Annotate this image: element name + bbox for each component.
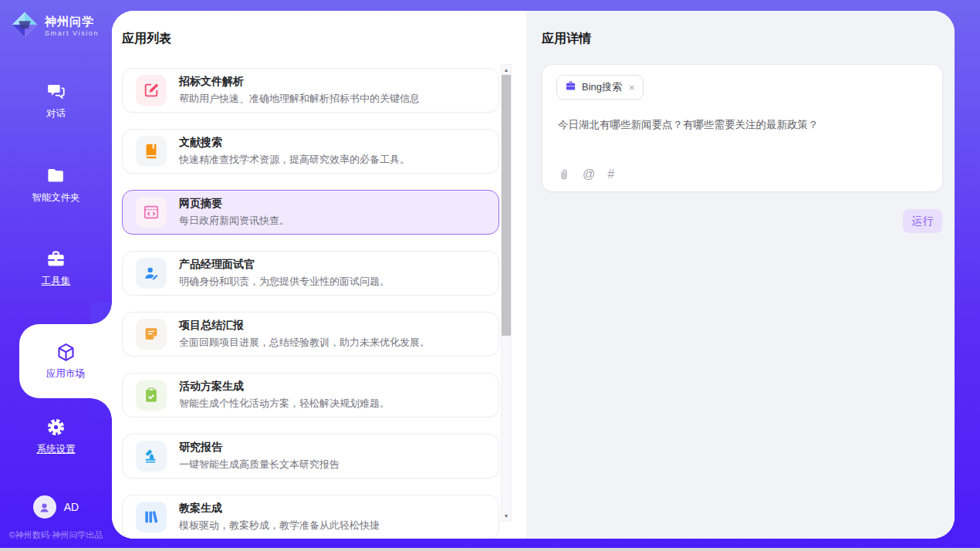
app-card-title: 活动方案生成 <box>179 380 390 394</box>
scrollbar-down-arrow-icon[interactable]: ▼ <box>502 511 511 521</box>
sidebar-item-label: 系统设置 <box>37 443 76 456</box>
toolbox-icon <box>46 248 66 269</box>
chat-icon <box>46 81 66 102</box>
books-icon <box>136 502 167 532</box>
at-icon: @ <box>583 168 595 181</box>
tool-chip-bing-search[interactable]: Bing搜索 × <box>556 75 644 100</box>
app-card[interactable]: 活动方案生成智能生成个性化活动方案，轻松解决规划难题。 <box>122 373 499 417</box>
research-icon <box>136 441 167 472</box>
brand-name: 神州问学 <box>45 15 99 29</box>
sidebar-item-smart-folders[interactable]: 智能文件夹 <box>0 165 112 205</box>
sticky-note-icon <box>136 319 167 350</box>
app-list-panel: 应用列表 招标文件解析帮助用户快速、准确地理解和解析招标书中的关键信息文献搜索快… <box>112 11 526 539</box>
interviewer-icon <box>136 258 167 289</box>
book-icon <box>136 136 167 167</box>
user-account[interactable]: AD <box>0 495 112 519</box>
chip-close-icon[interactable]: × <box>629 82 635 93</box>
copyright-footer: ©神州数码·神州问学出品 <box>0 529 112 541</box>
app-card-description: 模板驱动，教案秒成，教学准备从此轻松快捷 <box>179 519 380 532</box>
app-card[interactable]: 文献搜索快速精准查找学术资源，提高研究效率的必备工具。 <box>122 129 499 174</box>
tool-chip-label: Bing搜索 <box>582 80 622 94</box>
sidebar-item-toolset[interactable]: 工具集 <box>0 248 112 288</box>
sidebar-item-label: 工具集 <box>42 275 71 288</box>
prompt-input-area[interactable]: Bing搜索 × 今日湖北有哪些新闻要点？有哪些需要关注的最新政策？ @# <box>542 64 943 192</box>
app-frame: 神州问学 Smart Vision 对话智能文件夹工具集应用市场系统设置 AD … <box>0 0 980 548</box>
sidebar-item-chat[interactable]: 对话 <box>0 81 112 120</box>
app-card[interactable]: 招标文件解析帮助用户快速、准确地理解和解析招标书中的关键信息 <box>122 68 499 113</box>
app-card-description: 明确身份和职责，为您提供专业性的面试问题。 <box>179 275 390 289</box>
app-card-title: 教案生成 <box>179 502 380 516</box>
edit-document-icon <box>136 75 167 106</box>
app-detail-panel: 应用详情 Bing搜索 × 今日湖北有哪些新闻要点？有哪些需要关注的最新政策？ … <box>526 11 955 539</box>
app-card-title: 文献搜索 <box>179 136 410 150</box>
sidebar-item-label: 应用市场 <box>46 367 85 380</box>
app-detail-title: 应用详情 <box>542 31 955 47</box>
app-card[interactable]: 产品经理面试官明确身份和职责，为您提供专业性的面试问题。 <box>122 251 499 296</box>
run-button[interactable]: 运行 <box>903 209 942 233</box>
hash-button[interactable]: # <box>607 168 614 181</box>
gear-icon <box>46 417 66 438</box>
paperclip-icon <box>558 168 570 181</box>
browser-code-icon <box>136 197 167 228</box>
app-list-title: 应用列表 <box>122 31 526 47</box>
avatar <box>33 495 56 519</box>
brand-logo: 神州问学 Smart Vision <box>10 10 99 42</box>
app-card-description: 一键智能生成高质量长文本研究报告 <box>179 458 340 472</box>
prompt-text: 今日湖北有哪些新闻要点？有哪些需要关注的最新政策？ <box>558 117 927 133</box>
app-card[interactable]: 项目总结汇报全面回顾项目进展，总结经验教训，助力未来优化发展。 <box>122 312 499 357</box>
app-card-title: 招标文件解析 <box>179 75 420 89</box>
app-card-title: 网页摘要 <box>179 197 289 211</box>
app-card[interactable]: 教案生成模板驱动，教案秒成，教学准备从此轻松快捷 <box>122 495 499 539</box>
app-card-title: 产品经理面试官 <box>179 258 390 272</box>
app-card-description: 全面回顾项目进展，总结经验教训，助力未来优化发展。 <box>179 336 430 350</box>
sidebar-item-system-settings[interactable]: 系统设置 <box>0 417 112 456</box>
app-card-description: 智能生成个性化活动方案，轻松解决规划难题。 <box>179 397 390 411</box>
brand-subtitle: Smart Vision <box>45 29 99 37</box>
hash-icon: # <box>607 168 614 181</box>
app-card-title: 研究报告 <box>179 441 340 455</box>
app-card-title: 项目总结汇报 <box>179 319 430 333</box>
sidebar-item-label: 对话 <box>46 107 66 120</box>
scrollbar-up-arrow-icon[interactable]: ▲ <box>502 65 511 75</box>
sidebar-item-label: 智能文件夹 <box>32 191 80 205</box>
user-label: AD <box>64 501 79 513</box>
folder-icon <box>46 165 66 186</box>
diamond-logo-icon <box>10 10 39 42</box>
prompt-toolbar: @# <box>558 168 614 181</box>
app-card-description: 帮助用户快速、准确地理解和解析招标书中的关键信息 <box>179 92 420 106</box>
sidebar: 神州问学 Smart Vision 对话智能文件夹工具集应用市场系统设置 AD … <box>0 0 112 548</box>
clipboard-check-icon <box>136 380 167 411</box>
app-card-description: 每日政府新闻资讯快查。 <box>179 214 289 228</box>
app-card-list: 招标文件解析帮助用户快速、准确地理解和解析招标书中的关键信息文献搜索快速精准查找… <box>122 68 499 539</box>
scrollbar-thumb[interactable] <box>502 75 511 336</box>
sidebar-item-app-market[interactable]: 应用市场 <box>19 324 112 398</box>
list-scrollbar[interactable]: ▲ ▼ <box>501 64 512 522</box>
paperclip-button[interactable] <box>558 168 570 181</box>
app-card[interactable]: 研究报告一键智能生成高质量长文本研究报告 <box>122 434 499 478</box>
app-card-description: 快速精准查找学术资源，提高研究效率的必备工具。 <box>179 153 410 167</box>
briefcase-icon <box>565 80 576 95</box>
at-button[interactable]: @ <box>583 168 595 181</box>
main-content: 应用列表 招标文件解析帮助用户快速、准确地理解和解析招标书中的关键信息文献搜索快… <box>112 11 955 539</box>
app-card[interactable]: 网页摘要每日政府新闻资讯快查。 <box>122 190 499 235</box>
cube-icon <box>56 342 76 363</box>
